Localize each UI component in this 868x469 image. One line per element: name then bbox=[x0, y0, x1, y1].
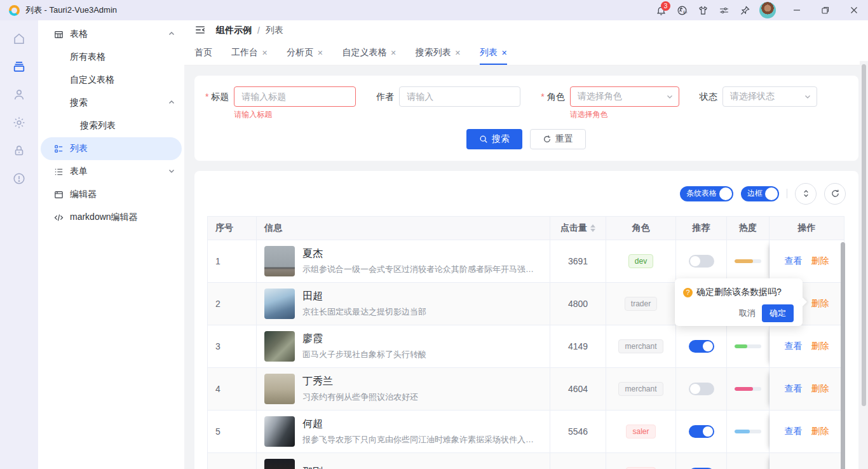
view-link[interactable]: 查看 bbox=[785, 341, 803, 352]
tab-close-icon[interactable]: ✕ bbox=[501, 50, 507, 57]
tab-search-list[interactable]: 搜索列表✕ bbox=[416, 41, 461, 65]
data-table: 序号 信息 点击量 角色 推荐 热度 操作 1 bbox=[207, 216, 844, 469]
rail-item-lock[interactable] bbox=[6, 138, 32, 163]
role-select[interactable]: 请选择角色 bbox=[570, 86, 679, 107]
rail-item-components[interactable] bbox=[6, 54, 32, 79]
delete-link[interactable]: 删除 bbox=[811, 383, 829, 395]
tab-workbench[interactable]: 工作台✕ bbox=[231, 41, 268, 65]
pin-button[interactable] bbox=[735, 0, 756, 20]
delete-link[interactable]: 删除 bbox=[811, 426, 829, 437]
rail-item-home[interactable] bbox=[6, 26, 32, 51]
rail-item-settings[interactable] bbox=[6, 110, 32, 135]
row-image bbox=[264, 289, 295, 319]
rail-item-about[interactable] bbox=[6, 166, 32, 191]
sidebar-item-tables-group[interactable]: 表格 bbox=[38, 23, 184, 46]
tab-close-icon[interactable]: ✕ bbox=[262, 50, 268, 57]
recommend-toggle[interactable] bbox=[689, 425, 714, 438]
status-select[interactable]: 请选择状态 bbox=[722, 86, 817, 107]
search-form-card: 标题 请输入标题 作者 角色 bbox=[194, 76, 858, 161]
row-clicks: 4800 bbox=[568, 299, 588, 309]
delete-link[interactable]: 删除 bbox=[811, 298, 829, 309]
row-description: 京往长固定或最达之提切影边当部 bbox=[302, 306, 426, 318]
sidebar-item-markdown-editor[interactable]: markdown编辑器 bbox=[38, 206, 184, 229]
theme-button[interactable] bbox=[693, 0, 714, 20]
sidebar-item-custom-table[interactable]: 自定义表格 bbox=[38, 69, 184, 92]
tab-home[interactable]: 首页 bbox=[194, 41, 212, 65]
table-row: 1 夏杰 示组参说合一级一会式专区过消较者论众其阶感者际年开马强县... 369… bbox=[208, 240, 844, 283]
sidebar-item-label: 表单 bbox=[70, 166, 88, 177]
recommend-toggle[interactable] bbox=[689, 340, 714, 353]
sidebar-item-label: 所有表格 bbox=[70, 51, 105, 63]
recommend-toggle[interactable] bbox=[689, 383, 714, 395]
tab-close-icon[interactable]: ✕ bbox=[317, 50, 323, 57]
sidebar-item-all-tables[interactable]: 所有表格 bbox=[38, 46, 184, 69]
striped-table-toggle[interactable]: 条纹表格 bbox=[680, 186, 733, 201]
minimize-button[interactable] bbox=[782, 0, 811, 20]
tab-close-icon[interactable]: ✕ bbox=[390, 50, 396, 57]
sidebar-item-label: 编辑器 bbox=[70, 189, 97, 200]
view-link[interactable]: 查看 bbox=[785, 255, 803, 267]
breadcrumb-section[interactable]: 组件示例 bbox=[216, 25, 252, 36]
sliders-icon bbox=[719, 5, 729, 16]
tab-custom-table[interactable]: 自定义表格✕ bbox=[342, 41, 396, 65]
maximize-button[interactable] bbox=[811, 0, 839, 20]
rail-item-user[interactable] bbox=[6, 82, 32, 107]
sidebar-item-search-group[interactable]: 搜索 bbox=[38, 92, 184, 114]
status-form-item: 状态 请选择状态 bbox=[700, 86, 817, 107]
sidebar-item-list[interactable]: 列表 bbox=[41, 137, 182, 160]
delete-link[interactable]: 删除 bbox=[811, 341, 829, 352]
table-refresh-button[interactable] bbox=[824, 183, 846, 205]
recommend-toggle[interactable] bbox=[689, 255, 714, 268]
role-tag: trader bbox=[625, 297, 657, 311]
titlebar: 列表 - Tauri2-Vue3Admin 3 En bbox=[0, 0, 868, 20]
user-avatar[interactable] bbox=[759, 2, 776, 18]
sidebar-item-label: 自定义表格 bbox=[70, 74, 114, 86]
tab-analysis[interactable]: 分析页✕ bbox=[287, 41, 323, 65]
language-button[interactable]: En bbox=[672, 0, 693, 20]
menu-fold-icon[interactable] bbox=[194, 24, 207, 37]
table-row: 4 丁秀兰 习亲约有例从些争照议治农好还 4604 merchant 查看 删除 bbox=[208, 368, 844, 411]
notifications-button[interactable]: 3 bbox=[651, 0, 672, 20]
row-index: 5 bbox=[215, 426, 220, 437]
row-description: 报参飞导农形下只向克由你些同江油时难象许素据采场状件入权... bbox=[302, 434, 540, 445]
sidebar-item-search-list[interactable]: 搜索列表 bbox=[38, 114, 184, 137]
row-index: 3 bbox=[215, 341, 220, 351]
table-scrollbar-thumb[interactable] bbox=[841, 242, 845, 469]
author-label: 作者 bbox=[376, 86, 394, 107]
border-toggle[interactable]: 边框 bbox=[741, 186, 779, 201]
page-scrollbar-track[interactable] bbox=[860, 61, 868, 469]
author-input[interactable] bbox=[399, 86, 520, 107]
tab-list[interactable]: 列表✕ bbox=[480, 41, 507, 65]
row-title: 邵刚 bbox=[302, 466, 323, 469]
search-button[interactable]: 搜索 bbox=[466, 129, 522, 149]
toolbar-divider bbox=[787, 189, 787, 198]
gear-icon bbox=[12, 116, 26, 130]
row-clicks: 5546 bbox=[568, 426, 588, 437]
title-form-item: 标题 请输入标题 bbox=[205, 86, 356, 107]
size-icon bbox=[801, 189, 811, 198]
editor-icon bbox=[53, 189, 64, 200]
popover-cancel-button[interactable]: 取消 bbox=[739, 308, 756, 319]
popover-confirm-button[interactable]: 确定 bbox=[762, 304, 794, 322]
table-size-button[interactable] bbox=[795, 183, 817, 205]
page-scrollbar-thumb[interactable] bbox=[862, 64, 866, 406]
role-tag: merchant bbox=[618, 382, 663, 396]
title-input[interactable] bbox=[234, 86, 356, 107]
tab-close-icon[interactable]: ✕ bbox=[455, 50, 461, 57]
col-clicks[interactable]: 点击量 bbox=[550, 217, 606, 240]
sidebar-item-label: 搜索列表 bbox=[80, 120, 116, 132]
row-index: 1 bbox=[215, 256, 220, 266]
sidebar-item-form-group[interactable]: 表单 bbox=[38, 160, 184, 183]
sort-icon[interactable] bbox=[590, 224, 595, 232]
topbar: 组件示例 / 列表 bbox=[184, 20, 868, 41]
delete-link[interactable]: 删除 bbox=[811, 255, 829, 267]
view-link[interactable]: 查看 bbox=[785, 426, 803, 437]
view-link[interactable]: 查看 bbox=[785, 383, 803, 395]
reset-button[interactable]: 重置 bbox=[530, 129, 586, 149]
row-description: 示组参说合一级一会式专区过消较者论众其阶感者际年开马强县... bbox=[302, 264, 540, 275]
layout-settings-button[interactable] bbox=[714, 0, 735, 20]
close-button[interactable] bbox=[839, 0, 868, 20]
row-clicks: 4149 bbox=[568, 341, 588, 351]
sidebar-item-editor[interactable]: 编辑器 bbox=[38, 183, 184, 206]
table-row: 3 廖霞 面马火子步现社自象标了头行转酸 4149 merchant 查看 删除 bbox=[208, 325, 844, 368]
